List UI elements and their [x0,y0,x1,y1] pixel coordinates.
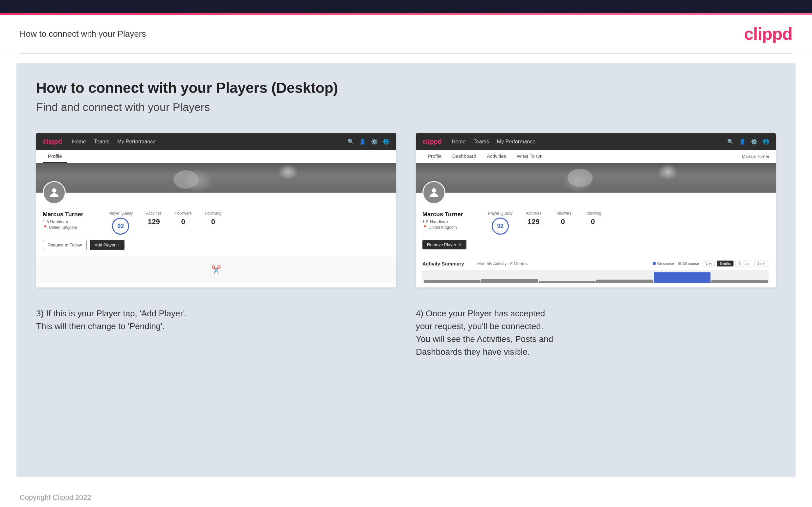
add-player-button[interactable]: Add Player + [90,240,124,250]
nav-icons-1: 🔍 👤 ⚙️ 🌐 [348,138,390,145]
caption-4: 4) Once your Player has acceptedyour req… [416,307,776,358]
quality-label-1: Player Quality [108,211,133,216]
activities-value-1: 129 [146,218,162,226]
globe-icon-1[interactable]: 🌐 [383,138,390,145]
remove-player-button[interactable]: Remove Player ✕ [422,240,466,249]
following-value-2: 0 [585,218,601,226]
main-heading: How to connect with your Players (Deskto… [36,80,776,96]
chart-bar-4 [596,280,653,283]
svg-point-0 [173,170,198,189]
on-course-dot [653,262,656,265]
activity-controls: On course Off course 1 yr 6 mths 3 mths … [653,261,769,267]
user-icon-2[interactable]: 👤 [739,138,746,145]
tab-what-to-on-2[interactable]: What To On [511,150,548,163]
nav-home-2[interactable]: Home [452,139,466,145]
profile-name-section-1: Marcus Turner 1-5 Handicap 📍 United King… [43,211,95,230]
following-label-2: Following [585,211,601,216]
profile-info-1: Marcus Turner 1-5 Handicap 📍 United King… [36,192,396,257]
profile-name-section-2: Marcus Turner 1-5 Handicap 📍 United King… [422,211,475,230]
nav-my-performance-2[interactable]: My Performance [497,139,536,145]
nav-logo-1: clippd [43,138,62,146]
settings-icon-1[interactable]: ⚙️ [371,138,378,145]
globe-icon-2[interactable]: 🌐 [763,138,769,145]
chart-bar-2 [481,279,538,283]
search-icon-2[interactable]: 🔍 [727,138,734,145]
followers-value-1: 0 [175,218,192,226]
tab-activities-2[interactable]: Activities [481,150,511,163]
nav-teams-1[interactable]: Teams [94,139,109,145]
player-name-2: Marcus Turner [422,211,475,218]
caption-4-text: 4) Once your Player has acceptedyour req… [416,308,553,357]
screenshots-row: clippd Home Teams My Performance 🔍 👤 ⚙️ … [36,133,776,287]
captions-row: 3) If this is your Player tap, 'Add Play… [36,307,776,358]
followers-value-2: 0 [554,218,571,226]
app-nav-2: clippd Home Teams My Performance 🔍 👤 ⚙️ … [416,133,776,150]
user-icon-1[interactable]: 👤 [359,138,366,145]
page-title: How to connect with your Players [20,29,146,39]
svg-point-2 [568,169,593,187]
copyright-text: Copyright Clippd 2022 [20,493,91,501]
main-content: How to connect with your Players (Deskto… [16,63,796,477]
quality-stat-2: Player Quality 92 [488,211,513,235]
chart-bar-6 [711,280,768,283]
nav-my-performance-1[interactable]: My Performance [117,139,156,145]
pin-icon-2: 📍 [422,225,427,230]
filter-3mths[interactable]: 3 mths [735,261,752,267]
filter-1mth[interactable]: 1 mth [754,261,769,267]
nav-home-1[interactable]: Home [72,139,86,145]
activity-header: Activity Summary Monthly Activity · 6 Mo… [422,261,769,267]
tab-profile-2[interactable]: Profile [422,150,447,163]
activities-label-2: Activities [526,211,541,216]
quality-stat-1: Player Quality 92 [108,211,133,235]
clippd-logo: clippd [744,24,792,44]
nav-teams-2[interactable]: Teams [474,139,489,145]
activities-stat-1: Activities 129 [146,211,162,226]
avatar-1 [43,181,66,204]
nav-icons-2: 🔍 👤 ⚙️ 🌐 [727,138,769,145]
following-value-1: 0 [205,218,221,226]
avatar-2 [422,181,445,204]
profile-details-1: Marcus Turner 1-5 Handicap 📍 United King… [43,211,390,235]
followers-label-1: Followers [175,211,192,216]
search-icon-1[interactable]: 🔍 [348,138,354,145]
followers-stat-1: Followers 0 [175,211,192,226]
quality-label-2: Player Quality [488,211,513,216]
tab-profile-1[interactable]: Profile [43,150,67,163]
stats-row-2: Player Quality 92 Activities 129 Followe… [488,211,601,235]
followers-label-2: Followers [554,211,571,216]
profile-actions-2: Remove Player ✕ [422,240,769,249]
profile-info-2: Marcus Turner 1-5 Handicap 📍 United King… [416,192,776,256]
svg-point-3 [432,188,436,192]
activity-filters: 1 yr 6 mths 3 mths 1 mth [703,261,769,267]
activity-title: Activity Summary [422,261,464,267]
close-icon-remove: ✕ [458,242,462,247]
off-course-dot [678,262,681,265]
settings-icon-2[interactable]: ⚙️ [751,138,757,145]
quality-circle-1: 92 [112,218,129,235]
tab-dashboard-2[interactable]: Dashboard [447,150,481,163]
following-stat-1: Following 0 [205,211,221,226]
screenshot-1: clippd Home Teams My Performance 🔍 👤 ⚙️ … [36,133,396,287]
following-label-1: Following [205,211,221,216]
main-subtitle: Find and connect with your Players [36,101,776,114]
filter-6mths[interactable]: 6 mths [717,261,733,267]
chart-bar-3 [539,281,596,283]
user-label-2: Marcus Turner [742,151,769,162]
chart-bar-5 [654,272,711,283]
caption-3-text: 3) If this is your Player tap, 'Add Play… [36,308,187,331]
legend-on-course: On course [653,262,674,266]
profile-banner-1 [36,163,396,192]
player-handicap-1: 1-5 Handicap [43,219,95,224]
screenshot-2: clippd Home Teams My Performance 🔍 👤 ⚙️ … [416,133,776,287]
banner-pattern-2 [416,163,776,192]
app-tabs-1: Profile [36,150,396,163]
filter-1yr[interactable]: 1 yr [703,261,715,267]
app-tabs-2: Profile Dashboard Activities What To On … [416,150,776,163]
header-divider [20,53,792,54]
stats-row-1: Player Quality 92 Activities 129 Followe… [108,211,221,235]
nav-links-1: Home Teams My Performance [72,139,156,145]
request-follow-button[interactable]: Request to Follow [43,240,87,250]
activities-label-1: Activities [146,211,162,216]
app-nav-1: clippd Home Teams My Performance 🔍 👤 ⚙️ … [36,133,396,150]
top-bar [0,0,812,13]
